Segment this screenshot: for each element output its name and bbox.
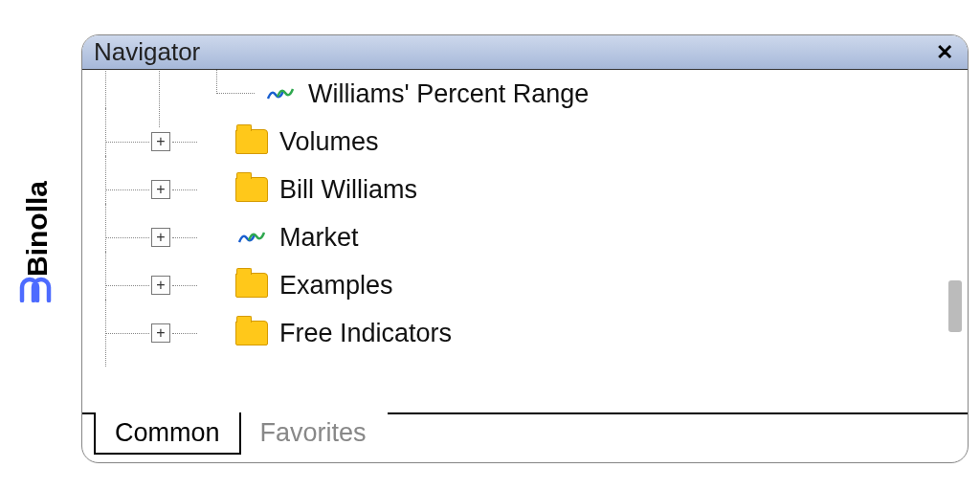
- tree-leaf-williams-percent-range[interactable]: Williams' Percent Range: [82, 70, 968, 118]
- indicator-icon: [264, 81, 297, 106]
- expand-icon[interactable]: +: [151, 323, 170, 343]
- tree-item-label: Market: [279, 223, 968, 253]
- expand-icon[interactable]: +: [151, 132, 170, 151]
- tree-item-bill-williams[interactable]: + Bill Williams: [82, 166, 968, 213]
- tab-label: Common: [115, 418, 220, 448]
- tree-item-examples[interactable]: + Examples: [82, 261, 968, 309]
- panel-title: Navigator: [94, 37, 927, 67]
- expand-icon[interactable]: +: [151, 276, 170, 295]
- brand-sidebar: Binolla: [0, 0, 75, 490]
- tabs-bar: Common Favorites: [82, 412, 968, 462]
- tree-item-market[interactable]: + Market: [82, 213, 968, 261]
- indicator-icon: [235, 225, 268, 250]
- tree-view[interactable]: Williams' Percent Range + Volumes + Bill…: [82, 70, 968, 412]
- panel-title-bar: Navigator ✕: [82, 35, 968, 70]
- brand-logo-icon: [18, 274, 56, 306]
- folder-icon: [235, 321, 268, 345]
- tree-item-label: Bill Williams: [279, 175, 968, 205]
- folder-icon: [235, 273, 268, 298]
- expand-icon[interactable]: +: [151, 180, 170, 199]
- tree-item-free-indicators[interactable]: + Free Indicators: [82, 309, 968, 357]
- tab-divider: [82, 412, 94, 414]
- expand-icon[interactable]: +: [151, 228, 170, 247]
- tree-guides: [82, 70, 264, 118]
- tree-item-label: Williams' Percent Range: [308, 79, 968, 109]
- tab-common[interactable]: Common: [94, 412, 241, 455]
- tree-item-label: Examples: [279, 271, 968, 301]
- tree-item-label: Volumes: [279, 127, 968, 157]
- tree-item-volumes[interactable]: + Volumes: [82, 118, 968, 166]
- folder-icon: [235, 177, 268, 202]
- navigator-panel: Navigator ✕ Williams' Percent Range +: [81, 34, 969, 463]
- tree-guides: +: [82, 309, 235, 357]
- brand-name: Binolla: [21, 181, 54, 277]
- tab-label: Favorites: [260, 418, 367, 448]
- close-icon: ✕: [936, 40, 953, 65]
- tree-item-label: Free Indicators: [279, 319, 968, 348]
- scrollbar-thumb[interactable]: [948, 280, 962, 332]
- close-button[interactable]: ✕: [927, 38, 962, 67]
- folder-icon: [235, 129, 268, 154]
- tab-favorites[interactable]: Favorites: [239, 412, 388, 455]
